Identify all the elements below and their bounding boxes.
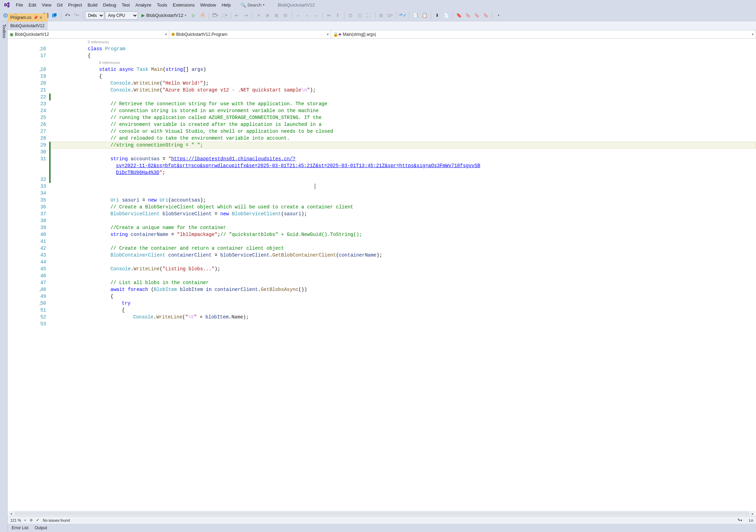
line-number[interactable]: 35 xyxy=(8,197,46,204)
code-line[interactable]: { xyxy=(51,73,756,80)
code-line[interactable]: Uri sasuri = new Uri(accountsas); xyxy=(51,197,756,204)
line-number[interactable]: 47 xyxy=(8,279,46,286)
menu-analyze[interactable]: Analyze xyxy=(132,1,154,9)
outdent-button[interactable]: ⇤ xyxy=(233,11,241,20)
line-number[interactable]: 33 xyxy=(8,183,46,190)
menu-project[interactable]: Project xyxy=(65,1,85,9)
document-tab[interactable]: BlobQuickstartV12 xyxy=(8,22,47,30)
menu-tools[interactable]: Tools xyxy=(154,1,170,9)
line-number[interactable]: 41 xyxy=(8,238,46,245)
bookmark-next-button[interactable]: 🔖 xyxy=(473,11,481,20)
code-line[interactable] xyxy=(51,176,756,183)
scroll-left-arrow[interactable]: ◂ xyxy=(8,511,14,516)
line-number[interactable]: 49 xyxy=(8,293,46,300)
spell-button[interactable]: ᵃᵇ✓ xyxy=(399,11,407,20)
code-line[interactable]: // List all blobs in the container xyxy=(51,279,756,286)
start-without-debug-button[interactable]: ▷ xyxy=(190,11,198,20)
bookmark-prev-button[interactable]: 🔖 xyxy=(464,11,472,20)
code-line[interactable]: { xyxy=(51,52,756,59)
format-button[interactable]: ⊞ xyxy=(273,11,281,20)
line-number[interactable]: 39 xyxy=(8,224,46,231)
dx2-button[interactable]: 📋 xyxy=(420,11,429,20)
line-number[interactable]: 31 xyxy=(8,155,46,162)
close-icon[interactable]: 📌 ✕ xyxy=(33,15,42,20)
align-right-button[interactable]: ⫠ xyxy=(312,11,320,20)
line-number[interactable]: 50⌄ xyxy=(8,300,46,307)
code-line[interactable] xyxy=(51,190,756,197)
line-number[interactable]: 16⌄ xyxy=(8,45,46,52)
menu-file[interactable]: File xyxy=(13,1,26,9)
menu-edit[interactable]: Edit xyxy=(26,1,39,9)
line-number[interactable]: 44 xyxy=(8,259,46,265)
code-line[interactable]: // and reloaded to take the environment … xyxy=(51,135,756,142)
issues-label[interactable]: No issues found xyxy=(43,518,70,522)
code-line[interactable]: Console.WriteLine("\t" + blobItem.Name); xyxy=(51,314,756,321)
line-number[interactable]: 19 xyxy=(8,73,46,80)
browse-button[interactable]: 🗔▾ xyxy=(211,11,220,20)
bookmark-clear-button[interactable]: 🔖 xyxy=(482,11,490,20)
line-number[interactable]: 25 xyxy=(8,114,46,121)
code-line[interactable]: Console.WriteLine("Listing blobs..."); xyxy=(51,265,756,272)
code-line[interactable] xyxy=(51,272,756,279)
line-number[interactable]: 28 xyxy=(8,135,46,142)
line-number[interactable]: 42 xyxy=(8,245,46,252)
align-left-button[interactable]: ⫠ xyxy=(294,11,302,20)
line-number[interactable]: 32 xyxy=(8,176,46,183)
config-dropdown[interactable]: Debug xyxy=(85,11,104,20)
line-number[interactable]: 27 xyxy=(8,128,46,135)
code-line[interactable]: { xyxy=(51,307,756,314)
bottom-tab-output[interactable]: Output xyxy=(32,524,50,532)
menu-window[interactable]: Window xyxy=(198,1,219,9)
line-number[interactable]: 45 xyxy=(8,265,46,272)
code-line[interactable] xyxy=(51,321,756,327)
line-number[interactable]: 22 xyxy=(8,94,46,100)
undo-button[interactable]: ↶▾ xyxy=(63,11,72,20)
expand-button[interactable]: ⛶ xyxy=(364,11,373,20)
code-line[interactable] xyxy=(51,217,756,224)
code-line[interactable]: string containerName = "lbllmpackage";//… xyxy=(51,231,756,238)
line-number[interactable]: 43 xyxy=(8,252,46,259)
bookmark-button[interactable]: 🔖 xyxy=(455,11,463,20)
line-number[interactable]: 37 xyxy=(8,210,46,217)
menu-extensions[interactable]: Extensions xyxy=(170,1,198,9)
menu-build[interactable]: Build xyxy=(85,1,100,9)
nav-project-dropdown[interactable]: ▣ BlobQuickstartV12 ▾ xyxy=(8,30,169,38)
zoom-level[interactable]: 121 % xyxy=(10,518,21,522)
code-line[interactable]: // Retrieve the connection string for us… xyxy=(51,100,756,107)
char-indicator-icon[interactable]: ✎▾ xyxy=(737,518,742,522)
dx3-button[interactable]: ⬇ xyxy=(433,11,441,20)
code-content[interactable]: 0 referencesclass Program{0 referencesst… xyxy=(51,39,756,511)
redo-button[interactable]: ↷▾ xyxy=(72,11,81,20)
bottom-tab-error-list[interactable]: Error List xyxy=(9,524,31,532)
scroll-right-arrow[interactable]: ▸ xyxy=(750,511,755,516)
spacing-v-button[interactable]: ⇕ xyxy=(334,11,342,20)
code-line[interactable] xyxy=(51,238,756,245)
menu-git[interactable]: Git xyxy=(54,1,65,9)
line-number[interactable]: 40 xyxy=(8,231,46,238)
code-line[interactable]: BlobContainerClient containerClient = bl… xyxy=(51,252,756,259)
code-line[interactable]: // Create the container and return a con… xyxy=(51,245,756,252)
line-number[interactable]: 21 xyxy=(8,87,46,94)
code-line[interactable]: string accountsas = "https://lbapptestdn… xyxy=(51,155,756,162)
code-line[interactable]: sv=2022-11-02&ss=bfqt&srt=sco&sp=rwdlacu… xyxy=(51,162,756,169)
horizontal-scrollbar[interactable]: ◂ ▸ xyxy=(8,511,755,516)
align-center-button[interactable]: ⫠ xyxy=(303,11,311,20)
line-number[interactable]: 38 xyxy=(8,217,46,224)
line-number[interactable] xyxy=(8,162,46,169)
code-line[interactable]: { xyxy=(51,293,756,300)
snap-button[interactable]: ⊡▾ xyxy=(386,11,394,20)
code-line[interactable] xyxy=(51,149,756,155)
line-number[interactable]: 26 xyxy=(8,121,46,128)
line-number[interactable]: 30 xyxy=(8,149,46,155)
menu-debug[interactable]: Debug xyxy=(100,1,119,9)
code-line[interactable]: BlobServiceClient blobServiceClient = ne… xyxy=(51,210,756,217)
grid-button[interactable]: ⊞ xyxy=(377,11,385,20)
line-number[interactable] xyxy=(8,169,46,176)
save-all-button[interactable] xyxy=(51,11,59,20)
line-number[interactable]: 24 xyxy=(8,107,46,114)
comment-button[interactable]: ≡ xyxy=(255,11,263,20)
code-line[interactable]: Console.WriteLine("Hello World!"); xyxy=(51,80,756,87)
code-line[interactable] xyxy=(51,183,756,190)
code-line[interactable] xyxy=(51,259,756,265)
line-number[interactable]: 51 xyxy=(8,307,46,314)
